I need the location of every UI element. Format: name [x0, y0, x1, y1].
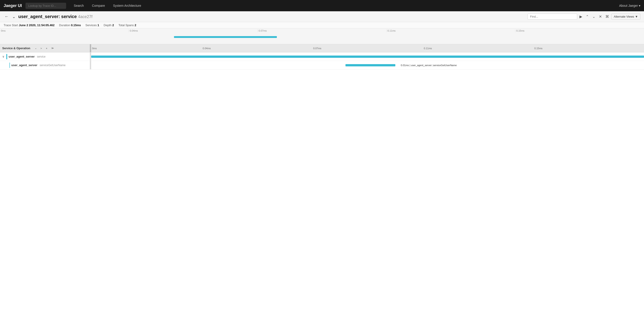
expand-all-deep-button[interactable]: ≫: [50, 46, 55, 51]
alternate-views-chevron-icon: ▼: [635, 15, 638, 18]
navbar: Jaeger UI Search Compare System Architec…: [0, 0, 644, 11]
trace-body: Service & Operation ⌄ > ⌅ ≫ 0ms0.04ms0.0…: [0, 44, 644, 70]
trace-id-display: 4ace27f: [78, 15, 92, 19]
trace-search-bar: ▶ ⌃ ⌄ ✕ ⌘ Alternate Views ▼: [528, 14, 640, 20]
timeline-overview-tick: 0ms: [0, 29, 128, 32]
back-button[interactable]: ←: [4, 14, 10, 19]
span-collapse-button[interactable]: ∨: [2, 55, 5, 58]
find-down-icon[interactable]: ⌄: [591, 14, 596, 20]
table-row[interactable]: ∨user_agent_serverservice: [0, 52, 644, 61]
keyboard-shortcut-icon[interactable]: ⌘: [604, 14, 610, 20]
span-rows-container: ∨user_agent_serverserviceuser_agent_serv…: [0, 52, 644, 70]
span-info: ∨user_agent_serverservice: [0, 52, 90, 61]
timeline-overview-tick: 0.15ms: [515, 29, 644, 32]
trace-total-spans: Total Spans 2: [118, 24, 136, 27]
trace-duration: Duration 0.15ms: [59, 24, 81, 27]
timeline-overview[interactable]: 0ms0.04ms0.07ms0.11ms0.15ms: [0, 29, 644, 44]
expand-next-button[interactable]: >: [39, 46, 43, 51]
timeline-header-tick: 0.04ms: [202, 47, 312, 50]
timeline-overview-tick: 0.04ms: [128, 29, 258, 32]
trace-columns-header: Service & Operation ⌄ > ⌅ ≫ 0ms0.04ms0.0…: [0, 44, 644, 52]
collapse-trace-icon[interactable]: ⌄: [12, 14, 16, 19]
timeline-overview-ticks: 0ms0.04ms0.07ms0.11ms0.15ms: [0, 29, 644, 32]
navbar-links: Search Compare System Architecture: [70, 0, 145, 11]
navbar-compare-link[interactable]: Compare: [88, 0, 109, 11]
navbar-brand: Jaeger UI: [4, 4, 22, 8]
timeline-header-tick: 0.15ms: [534, 47, 644, 50]
trace-services: Services 1: [86, 24, 99, 27]
header-controls: ⌄ > ⌅ ≫: [34, 46, 55, 51]
table-row[interactable]: user_agent_serverserviceGetUserName0.01m…: [0, 61, 644, 70]
overview-span-bar: [174, 36, 277, 38]
trace-depth: Depth 2: [104, 24, 114, 27]
span-timeline-area: [91, 52, 644, 61]
timeline-overview-bar-area: [0, 33, 644, 42]
navbar-system-architecture-link[interactable]: System Architecture: [109, 0, 145, 11]
expand-all-button[interactable]: ⌅: [44, 46, 49, 51]
span-operation-name: service: [37, 55, 46, 58]
alternate-views-label: Alternate Views: [614, 15, 634, 18]
span-timeline-area: 0.01ms | user_agent_server::serviceGetUs…: [91, 61, 644, 69]
trace-service-name: user_agent_server: service: [18, 14, 77, 19]
find-forward-icon[interactable]: ▶: [578, 14, 584, 20]
trace-id-input[interactable]: [26, 3, 66, 9]
collapse-all-button[interactable]: ⌄: [34, 46, 38, 51]
span-service-color-bar: [10, 63, 10, 68]
trace-start: Trace Start June 2 2020, 11:54:05.462: [4, 24, 54, 27]
about-chevron-down-icon: ▾: [639, 4, 640, 8]
service-operation-column-header: Service & Operation ⌄ > ⌅ ≫: [0, 44, 90, 52]
span-duration-bar: [346, 64, 395, 66]
find-input[interactable]: [528, 14, 577, 20]
span-duration-bar: [91, 56, 644, 58]
timeline-overview-tick: 0.07ms: [258, 29, 386, 32]
trace-header: ← ⌄ user_agent_server: service 4ace27f ▶…: [0, 11, 644, 22]
find-up-icon[interactable]: ⌃: [584, 14, 590, 20]
span-duration-label: 0.01ms | user_agent_server::serviceGetUs…: [401, 64, 457, 67]
span-service-name: user_agent_server: [8, 55, 35, 58]
span-info: user_agent_serverserviceGetUserName: [0, 61, 90, 69]
alternate-views-button[interactable]: Alternate Views ▼: [611, 14, 640, 20]
span-service-name: user_agent_server: [11, 64, 38, 67]
timeline-header-tick: 0.11ms: [423, 47, 534, 50]
timeline-header-tick: 0.07ms: [312, 47, 423, 50]
timeline-header-tick: 0ms: [91, 47, 202, 50]
trace-title: user_agent_server: service 4ace27f: [18, 14, 92, 19]
find-clear-icon[interactable]: ✕: [598, 14, 603, 20]
trace-meta: Trace Start June 2 2020, 11:54:05.462 Du…: [0, 22, 644, 29]
about-jaeger-label: About Jaeger: [619, 4, 638, 8]
timeline-overview-tick: 0.11ms: [386, 29, 515, 32]
span-operation-name: serviceGetUserName: [40, 64, 66, 67]
timeline-column-header: 0ms0.04ms0.07ms0.11ms0.15ms: [91, 47, 644, 50]
about-jaeger-menu[interactable]: About Jaeger ▾: [618, 4, 640, 8]
navbar-search-link[interactable]: Search: [70, 0, 88, 11]
span-service-color-bar: [6, 54, 7, 59]
service-operation-label: Service & Operation: [2, 47, 30, 50]
